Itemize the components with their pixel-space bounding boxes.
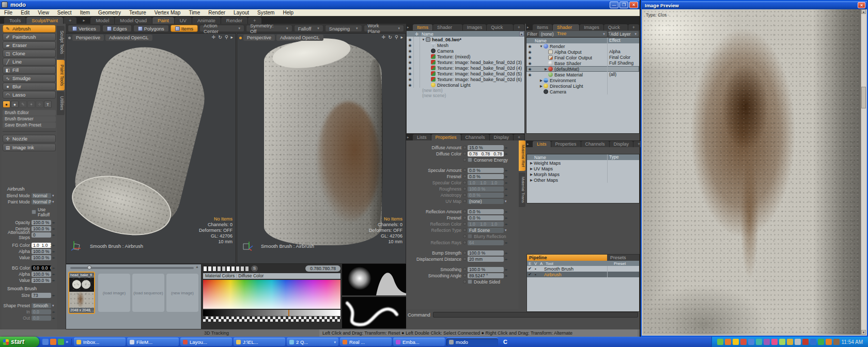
text-tool-icon[interactable]: T xyxy=(44,101,52,108)
field-value-in[interactable]: 0.0 xyxy=(32,309,51,314)
pipeline-row[interactable]: ✔•Smooth Brush xyxy=(527,266,639,272)
eye-icon[interactable]: ◉ xyxy=(407,77,413,82)
env-toggle-icon[interactable] xyxy=(463,181,467,184)
expand-arrow-icon[interactable]: ▶ xyxy=(529,161,534,165)
env-toggle-icon[interactable] xyxy=(463,199,467,203)
props-tab-properties[interactable]: Properties xyxy=(431,134,461,140)
shader-row[interactable]: ◉Base ShaderFull Shading xyxy=(526,60,639,66)
checkbox-double-sided[interactable] xyxy=(468,279,472,284)
spinner-icon[interactable]: ◂▸ xyxy=(504,257,508,261)
shader-row[interactable]: ◉Base Material(all) xyxy=(526,72,639,77)
menu-item-render[interactable]: Render xyxy=(204,9,229,16)
tray-icon[interactable] xyxy=(795,339,801,345)
spinner-icon[interactable]: ◂▸ xyxy=(51,278,56,282)
brush-tip-shape-icon[interactable]: ✧ xyxy=(36,101,43,108)
tray-icon[interactable] xyxy=(802,339,809,345)
task-button-inbox[interactable]: Inbox... xyxy=(74,338,126,346)
shader-tab-images[interactable]: Images xyxy=(580,24,603,30)
task-button-j-el[interactable]: J:\EL... xyxy=(234,338,285,346)
menu-item-vertex-map[interactable]: Vertex Map xyxy=(150,9,185,16)
field-value-paint-mode[interactable]: Normal Proj ... xyxy=(32,199,51,204)
eye-icon[interactable]: ◉ xyxy=(526,56,533,60)
tool-airbrush[interactable]: ✎Airbrush xyxy=(3,25,56,33)
renderer-pill[interactable]: Advanced OpenGL xyxy=(105,35,152,41)
tray-icon[interactable] xyxy=(748,339,754,345)
expand-arrow-icon[interactable]: ▶ xyxy=(529,167,534,171)
mode-button-polygons[interactable]: Polygons xyxy=(133,25,169,32)
spinner-icon[interactable]: ◂▸ xyxy=(51,293,56,297)
eye-icon[interactable]: ◉ xyxy=(407,72,413,76)
env-toggle-icon[interactable] xyxy=(463,251,467,255)
env-toggle-icon[interactable] xyxy=(463,280,467,283)
lists-tab-channels[interactable]: Channels xyxy=(581,141,609,147)
shader-tab-item[interactable]: + xyxy=(628,24,639,30)
eye-icon[interactable]: ◉ xyxy=(407,66,413,70)
spinner-icon[interactable]: ◂▸ xyxy=(504,168,508,172)
load-image-tile[interactable]: (load image) xyxy=(98,274,130,312)
tool-fill[interactable]: ◧Fill xyxy=(3,66,56,74)
dropdown-snapping[interactable]: Snapping▾ xyxy=(325,25,362,32)
panel-menu-icon[interactable]: ▸ xyxy=(527,142,529,146)
tray-icon[interactable] xyxy=(833,339,840,345)
env-toggle-icon[interactable] xyxy=(463,222,467,226)
spinner-icon[interactable]: ◂▸ xyxy=(51,310,56,313)
tool-clone[interactable]: ◳Clone xyxy=(3,50,56,57)
brush-editor-button[interactable]: Brush Editor xyxy=(3,110,56,116)
alpha-checker-strip[interactable] xyxy=(203,317,340,322)
spinner-icon[interactable]: ◂▸ xyxy=(51,233,56,236)
expand-arrow-icon[interactable]: ▶ xyxy=(544,67,548,71)
vertical-tab-sculpt-tools[interactable]: Sculpt Tools xyxy=(57,26,65,59)
tray-icon[interactable] xyxy=(826,339,832,345)
field-value-smoothing-angle[interactable]: 89.5247 ° xyxy=(468,273,504,278)
layout-tab-uv[interactable]: UV xyxy=(175,17,192,24)
field-value-specular-amount[interactable]: 0.0 % xyxy=(468,168,504,173)
spinner-icon[interactable]: ◂▸ xyxy=(504,222,508,226)
env-toggle-icon[interactable] xyxy=(463,193,467,197)
new-image-tile[interactable]: (new image) xyxy=(166,274,198,312)
view-type-pill[interactable]: Perspective xyxy=(72,35,104,41)
quick-launch-icon[interactable] xyxy=(58,339,64,345)
preview-scrollbar[interactable]: ▲ ▼ xyxy=(861,9,866,335)
env-toggle-icon[interactable] xyxy=(463,274,467,277)
items-tab-item[interactable]: + xyxy=(514,24,524,30)
eye-icon[interactable]: ◉ xyxy=(407,60,413,65)
menu-item-edit[interactable]: Edit xyxy=(17,9,34,16)
items-tab-items[interactable]: Items xyxy=(413,24,432,30)
menu-item-view[interactable]: View xyxy=(34,9,53,16)
mode-button-items[interactable]: Items xyxy=(171,25,198,32)
tab-scroll-arrow-icon[interactable]: ▸ xyxy=(77,17,90,24)
slider-knob[interactable] xyxy=(87,265,91,270)
eye-icon[interactable]: ◉ xyxy=(407,55,413,59)
lists-tab-lists[interactable]: Lists xyxy=(533,141,551,147)
tray-icon[interactable] xyxy=(717,339,723,345)
spinner-icon[interactable]: ◂▸ xyxy=(51,256,56,259)
tool-lasso[interactable]: ◠Lasso xyxy=(3,91,56,99)
color-swatch[interactable] xyxy=(222,266,226,272)
spinner-icon[interactable]: ◂▸ xyxy=(504,146,508,149)
image-ink-button[interactable]: ▤Image Ink xyxy=(3,144,56,151)
field-value-out[interactable]: 0.0 xyxy=(32,316,51,321)
hue-saturation-field[interactable] xyxy=(203,280,340,309)
field-value-fresnel[interactable]: 0.0 % xyxy=(468,215,504,220)
shader-tab-items[interactable]: Items xyxy=(533,24,552,30)
vertical-tab-utilities[interactable]: Utilities xyxy=(57,91,65,115)
tray-icon[interactable] xyxy=(818,339,824,345)
spinner-icon[interactable]: ◂▸ xyxy=(51,249,56,253)
panel-menu-icon[interactable]: ▸ xyxy=(407,25,409,29)
eye-icon[interactable]: ◉ xyxy=(407,49,413,53)
brush-tip-soft-icon[interactable]: ● xyxy=(3,101,10,108)
rotate-icon[interactable]: ↻ xyxy=(388,35,392,40)
color-swatch[interactable] xyxy=(236,266,240,272)
env-toggle-icon[interactable] xyxy=(463,158,467,162)
layout-tab-model-quad[interactable]: Model Quad xyxy=(115,17,152,24)
thumbnail-size-slider[interactable]: ▲ xyxy=(70,267,194,269)
quick-launch-icon[interactable] xyxy=(42,339,49,345)
close-button[interactable]: ✕ xyxy=(629,2,638,8)
list-row[interactable]: ▶Other Maps xyxy=(527,177,639,183)
pipeline-title[interactable]: Pipeline xyxy=(527,255,607,261)
dropdown-symmetry-off[interactable]: Symmetry: Off▾ xyxy=(246,25,292,32)
scrollbar-thumb[interactable] xyxy=(861,87,866,108)
shader-row[interactable]: ◉Alpha OutputAlpha xyxy=(526,49,639,55)
scroll-up-icon[interactable]: ▲ xyxy=(519,31,524,36)
env-toggle-icon[interactable] xyxy=(463,234,467,238)
